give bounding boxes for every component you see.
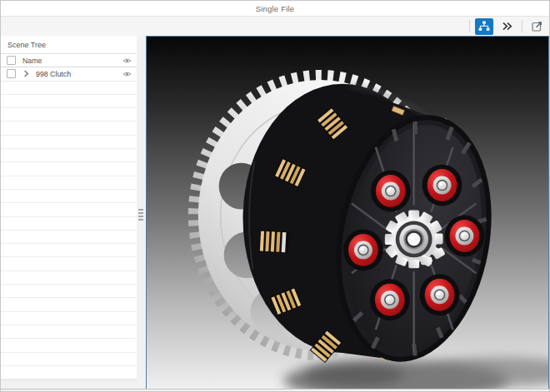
empty-tree-row — [1, 162, 137, 176]
open-in-new-window-icon — [531, 20, 543, 32]
name-column-header: Name — [22, 57, 42, 65]
viewport-3d-canvas[interactable] — [146, 36, 549, 389]
empty-tree-row — [1, 95, 137, 108]
chevron-right-icon[interactable] — [23, 70, 29, 77]
toolbar — [1, 17, 549, 36]
double-chevron-right-icon — [502, 21, 513, 32]
scene-tree-node-998-clutch[interactable]: 998 Clutch — [1, 67, 137, 81]
title-bar: Single File — [1, 1, 549, 17]
scene-tree-toggle-button[interactable] — [475, 18, 493, 35]
splitter-grip-icon[interactable] — [138, 209, 143, 221]
empty-tree-row — [1, 257, 137, 270]
visibility-eye-icon[interactable] — [122, 71, 132, 77]
spring-cap — [371, 171, 411, 212]
window-title: Single File — [256, 4, 295, 13]
empty-rows — [1, 82, 137, 380]
spring-cap — [422, 165, 462, 206]
panel-footer — [1, 380, 137, 389]
toolbar-separator — [469, 20, 470, 32]
toolbar-separator — [522, 20, 522, 32]
scene-tree-column-header: Name — [1, 54, 137, 67]
select-all-checkbox[interactable] — [7, 56, 16, 65]
spring-cap — [420, 274, 460, 315]
empty-tree-row — [1, 325, 137, 339]
empty-tree-row — [1, 190, 137, 203]
open-external-button[interactable] — [528, 18, 546, 35]
collapse-panel-button[interactable] — [498, 18, 517, 35]
empty-tree-row — [1, 312, 137, 325]
scene-tree-header: Scene Tree — [1, 36, 137, 54]
hierarchy-tree-icon — [478, 20, 491, 32]
node-checkbox[interactable] — [7, 69, 16, 78]
main-content: Scene Tree Name — [1, 36, 549, 389]
empty-tree-row — [1, 244, 137, 257]
empty-tree-row — [1, 176, 137, 190]
visibility-all-eye-icon[interactable] — [122, 57, 132, 64]
center-bearing — [396, 221, 432, 257]
bottom-edge — [1, 389, 549, 392]
empty-tree-row — [1, 108, 137, 122]
spring-cap — [343, 229, 383, 270]
clutch-3d-render — [147, 37, 548, 389]
panel-splitter[interactable] — [137, 36, 146, 389]
empty-tree-row — [1, 82, 137, 95]
spring-cap — [445, 215, 485, 256]
node-label: 998 Clutch — [36, 70, 71, 78]
empty-tree-row — [1, 298, 137, 311]
scene-tree-title: Scene Tree — [8, 41, 46, 49]
spring-cap — [370, 279, 410, 320]
empty-tree-row — [1, 149, 137, 162]
empty-tree-row — [1, 203, 137, 216]
empty-tree-row — [1, 231, 137, 244]
empty-tree-row — [1, 122, 137, 135]
empty-tree-row — [1, 353, 137, 366]
scene-tree-panel: Scene Tree Name — [1, 36, 137, 389]
application-window: Single File — [0, 0, 550, 392]
empty-tree-row — [1, 136, 137, 149]
empty-tree-row — [1, 339, 137, 352]
empty-tree-row — [1, 285, 137, 298]
empty-tree-row — [1, 271, 137, 285]
empty-tree-row — [1, 217, 137, 231]
empty-tree-row — [1, 366, 137, 380]
